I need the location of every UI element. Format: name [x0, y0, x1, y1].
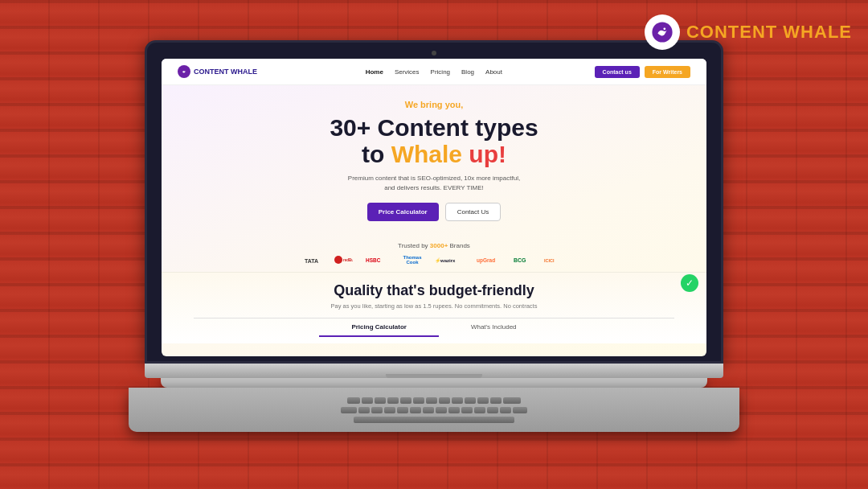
spacebar [354, 417, 514, 423]
svg-point-1 [663, 27, 665, 30]
svg-text:TATA: TATA [305, 258, 318, 264]
quality-desc: Pay as you like, starting as low as 1.5 … [194, 302, 674, 310]
price-calculator-button[interactable]: Price Calculator [367, 203, 439, 221]
nav-link-blog[interactable]: Blog [461, 68, 474, 76]
key [487, 407, 498, 413]
tab-whats-included[interactable]: What's Included [439, 318, 549, 337]
whale-highlight: Whale [391, 141, 462, 167]
key [423, 407, 434, 413]
keyboard-row-1 [347, 397, 521, 404]
key [371, 407, 383, 413]
key [384, 407, 395, 413]
nav-link-services[interactable]: Services [395, 68, 420, 76]
svg-text:redBus: redBus [343, 258, 353, 262]
key [358, 407, 370, 413]
contact-us-button[interactable]: Contact us [595, 66, 640, 78]
key [436, 407, 447, 413]
website: CONTENT WHALE Home Services Pricing Blog… [162, 59, 706, 356]
key [461, 407, 473, 413]
key [375, 397, 386, 404]
key [341, 407, 357, 413]
up-highlight: up! [462, 141, 506, 167]
svg-text:BCG: BCG [514, 257, 526, 263]
key [439, 397, 450, 404]
quality-title: Quality that's budget-friendly [194, 282, 674, 299]
whale-name: WHALE [783, 22, 852, 42]
hero-description: Premium content that is SEO-optimized, 1… [194, 174, 674, 193]
nav-links: Home Services Pricing Blog About [289, 68, 579, 76]
brand-thomascook: ThomasCook [403, 255, 421, 265]
laptop-bottom [161, 378, 707, 388]
nav-link-pricing[interactable]: Pricing [431, 68, 450, 76]
quality-tabs: Pricing Calculator What's Included [194, 318, 674, 337]
laptop-camera [432, 51, 436, 55]
top-logo-text: CONTENT WHALE [686, 22, 852, 43]
to-text: to [362, 141, 391, 167]
brand-upgrad: upGrad [477, 254, 501, 265]
contact-us-hero-button[interactable]: Contact Us [445, 203, 502, 221]
laptop-screen: CONTENT WHALE Home Services Pricing Blog… [162, 59, 706, 356]
top-logo-icon [645, 14, 680, 50]
key [448, 407, 460, 413]
key [426, 397, 437, 404]
keyboard-row-2 [341, 407, 527, 413]
key [452, 397, 463, 404]
svg-text:⚡wazirx: ⚡wazirx [435, 257, 456, 264]
hero-title-line1: 30+ Content types [194, 114, 674, 141]
brand-icici: ICICI [544, 254, 563, 265]
whatsapp-button[interactable]: ✓ [681, 274, 698, 292]
nav-logo-icon [178, 65, 190, 78]
key [413, 397, 424, 404]
for-writers-button[interactable]: For Writers [645, 66, 690, 78]
brand-tata: TATA [305, 254, 321, 265]
key [410, 407, 421, 413]
laptop-screen-frame: CONTENT WHALE Home Services Pricing Blog… [145, 40, 723, 364]
hero-buttons: Price Calculator Contact Us [194, 203, 674, 221]
key [474, 407, 485, 413]
navbar: CONTENT WHALE Home Services Pricing Blog… [162, 59, 706, 85]
brand-name: CONTENT [686, 22, 777, 42]
key [503, 397, 521, 404]
hero-section: We bring you, 30+ Content types to Whale… [162, 85, 706, 242]
laptop-keyboard [129, 388, 739, 432]
key [465, 397, 476, 404]
nav-link-about[interactable]: About [485, 68, 502, 76]
quality-section: Quality that's budget-friendly Pay as yo… [162, 272, 706, 343]
trusted-section: Trusted by 3000+ Brands TATA redBus [162, 242, 706, 265]
svg-text:ICICI: ICICI [544, 258, 555, 263]
brand-hsbc: HSBC [366, 254, 390, 265]
nav-buttons: Contact us For Writers [595, 66, 690, 78]
key [500, 407, 511, 413]
nav-link-home[interactable]: Home [366, 68, 383, 76]
key [513, 407, 527, 413]
keyboard-spacebar-row [354, 417, 514, 423]
brand-wazirx: ⚡wazirx [435, 254, 464, 265]
hero-tagline: We bring you, [194, 100, 674, 109]
trusted-count: 3000+ [430, 242, 448, 249]
trusted-label: Trusted by 3000+ Brands [162, 242, 706, 249]
svg-point-4 [334, 256, 342, 264]
tab-pricing-calculator[interactable]: Pricing Calculator [319, 318, 438, 337]
key [397, 407, 408, 413]
svg-text:HSBC: HSBC [366, 257, 381, 263]
key [387, 397, 399, 404]
nav-logo: CONTENT WHALE [178, 65, 257, 78]
key [362, 397, 373, 404]
laptop-base [145, 364, 723, 378]
brand-bcg: BCG [514, 254, 531, 265]
nav-logo-text: CONTENT WHALE [194, 68, 257, 76]
top-logo-area: CONTENT WHALE [645, 14, 852, 50]
key [490, 397, 502, 404]
laptop: CONTENT WHALE Home Services Pricing Blog… [145, 40, 723, 432]
key [347, 397, 360, 404]
svg-text:upGrad: upGrad [477, 257, 495, 264]
key [400, 397, 411, 404]
hero-title-line2: to Whale up! [194, 141, 674, 167]
key [477, 397, 489, 404]
brand-redbus: redBus [334, 254, 353, 265]
brands-row: TATA redBus HSBC [162, 254, 706, 265]
